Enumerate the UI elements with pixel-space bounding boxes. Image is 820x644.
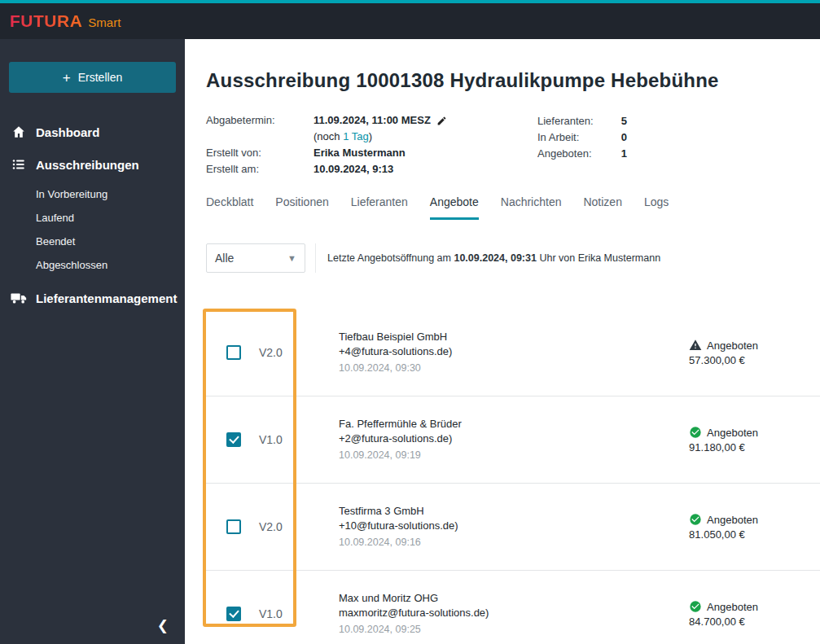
offer-company-email: +2@futura-solutions.de) [339,432,462,446]
sidebar-item-label: Dashboard [36,125,99,139]
offer-company-block: Tiefbau Beispiel GmbH +4@futura-solution… [339,330,452,375]
offer-version: V2.0 [259,520,293,533]
tab-logs[interactable]: Logs [644,195,669,220]
logo-futura: FUTURA [10,11,82,31]
offer-company-block: Testfirma 3 GmbH +10@futura-solutions.de… [339,504,458,550]
offer-company-name: Tiefbau Beispiel GmbH [339,330,452,344]
offer-date: 10.09.2024, 09:19 [339,448,462,462]
in-progress-label: In Arbeit: [537,129,579,146]
offer-status-label: Angeboten [707,514,758,526]
suppliers-label: Lieferanten: [537,113,594,129]
offer-date: 10.09.2024, 09:30 [339,361,452,375]
sidebar-item-label: Lieferantenmanagement [36,291,177,305]
success-icon [689,426,702,439]
home-icon [11,125,27,139]
sidebar-subitem-laufend[interactable]: Laufend [36,206,185,230]
app-logo[interactable]: FUTURA Smart [10,11,121,31]
meta-left: Abgabetermin: 11.09.2024, 11:00 MESZ (no… [206,112,820,177]
chevron-down-icon: ▼ [287,253,296,263]
offer-status-label: Angeboten [707,427,758,439]
offered-count: 1 [621,146,627,162]
tab-deckblatt[interactable]: Deckblatt [206,195,253,220]
warning-icon [689,339,702,352]
filter-select-value: Alle [215,252,234,265]
offer-date: 10.09.2024, 09:25 [339,622,489,637]
success-icon [689,600,702,613]
success-icon [689,513,702,526]
offer-status-label: Angeboten [707,340,758,352]
topbar: FUTURA Smart [0,3,820,39]
offer-company-block: Max und Moritz OHG maxmoritz@futura-solu… [339,591,489,637]
offer-checkbox[interactable] [226,607,241,621]
deadline-label: Abgabetermin: [206,112,314,129]
sidebar-collapse-button[interactable]: ❮ [154,614,172,637]
offer-status-block: Angeboten 91.180,00 € [689,426,758,453]
filter-row: Alle ▼ Letzte Angebotsöffnung am 10.09.2… [206,243,820,273]
offer-row[interactable]: V2.0 Tiefbau Beispiel GmbH +4@futura-sol… [206,309,820,396]
offer-amount: 81.050,00 € [689,528,758,541]
plus-icon: + [63,71,71,85]
tab-lieferanten[interactable]: Lieferanten [351,195,408,220]
offer-checkbox[interactable] [226,432,241,447]
offer-status-block: Angeboten 57.300,00 € [689,339,758,366]
offer-company-email: maxmoritz@futura-solutions.de) [339,606,489,620]
create-button[interactable]: + Erstellen [9,62,176,93]
offer-company-block: Fa. Pfeffermühle & Brüder +2@futura-solu… [339,417,462,462]
sidebar-nav: Dashboard Ausschreibungen In Vorbereitun… [0,109,185,314]
offer-row[interactable]: V2.0 Testfirma 3 GmbH +10@futura-solutio… [206,484,820,571]
sidebar-subitem-beendet[interactable]: Beendet [36,230,185,253]
list-icon [11,157,27,172]
offer-company-name: Max und Moritz OHG [339,591,489,606]
last-opening-user: Erika Mustermann [578,252,660,264]
create-button-label: Erstellen [78,71,122,84]
offer-version: V2.0 [259,346,293,359]
filter-select[interactable]: Alle ▼ [206,243,305,273]
offer-amount: 91.180,00 € [689,441,758,453]
meta-section: Abgabetermin: 11.09.2024, 11:00 MESZ (no… [206,112,820,177]
offer-checkbox[interactable] [226,345,241,360]
offer-company-name: Fa. Pfeffermühle & Brüder [339,417,462,432]
sidebar-item-ausschreibungen[interactable]: Ausschreibungen [0,148,185,181]
offer-checkbox[interactable] [226,519,241,534]
offer-amount: 84.700,00 € [689,616,758,628]
offer-company-email: +10@futura-solutions.de) [339,519,458,533]
offer-status-label: Angeboten [707,601,758,613]
deadline-value: 11.09.2024, 11:00 MESZ [314,112,431,129]
sidebar-subitems: In Vorbereitung Laufend Beendet Abgeschl… [0,181,185,282]
created-at-value: 10.09.2024, 9:13 [314,161,820,177]
offer-row[interactable]: V1.0 Fa. Pfeffermühle & Brüder +2@futura… [206,396,820,484]
sidebar-subitem-abgeschlossen[interactable]: Abgeschlossen [36,253,185,277]
sidebar: + Erstellen Dashboard Ausschreibungen In… [0,39,185,644]
sidebar-item-label: Ausschreibungen [36,158,139,172]
created-at-label: Erstellt am: [206,161,314,177]
sidebar-subitem-in-vorbereitung[interactable]: In Vorbereitung [36,182,185,206]
in-progress-count: 0 [621,129,627,146]
offer-version: V1.0 [259,433,293,446]
logo-smart: Smart [88,15,121,29]
offer-amount: 57.300,00 € [689,354,758,366]
meta-right: Lieferanten:5 In Arbeit:0 Angeboten:1 [537,113,627,162]
tab-positionen[interactable]: Positionen [275,195,328,220]
tab-angebote[interactable]: Angebote [430,195,479,220]
offer-company-name: Testfirma 3 GmbH [339,504,458,519]
offer-list: V2.0 Tiefbau Beispiel GmbH +4@futura-sol… [206,309,820,644]
tab-nachrichten[interactable]: Nachrichten [501,195,562,220]
edit-deadline-icon[interactable] [436,116,447,126]
offer-date: 10.09.2024, 09:16 [339,535,458,550]
tab-bar: Deckblatt Positionen Lieferanten Angebot… [206,195,820,220]
main-content: Ausschreibung 10001308 Hydraulikpumpe He… [185,39,820,644]
last-opening-info: Letzte Angebotsöffnung am 10.09.2024, 09… [327,252,660,264]
app-window: FUTURA Smart + Erstellen Dashboard Aussc… [0,0,820,644]
offer-row[interactable]: V1.0 Max und Moritz OHG maxmoritz@futura… [206,571,820,644]
offer-version: V1.0 [259,607,293,620]
deadline-remaining-highlight: 1 Tag [343,130,369,142]
tab-notizen[interactable]: Notizen [583,195,621,220]
sidebar-item-lieferantenmanagement[interactable]: Lieferantenmanagement [0,282,185,314]
truck-icon [11,291,27,305]
created-by-label: Erstellt von: [206,145,314,161]
last-opening-date: 10.09.2024, 09:31 [454,252,536,264]
offer-status-block: Angeboten 81.050,00 € [689,513,758,541]
sidebar-item-dashboard[interactable]: Dashboard [0,116,185,148]
offer-company-email: +4@futura-solutions.de) [339,344,452,359]
page-title: Ausschreibung 10001308 Hydraulikpumpe He… [206,69,820,92]
